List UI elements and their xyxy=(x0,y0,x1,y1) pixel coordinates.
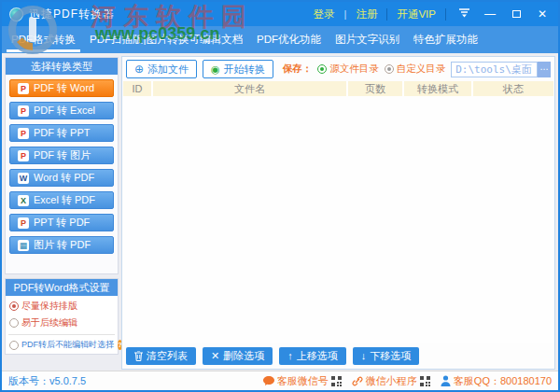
ppt-file-icon: P xyxy=(18,217,29,229)
option-keep-layout[interactable]: 尽量保持排版 xyxy=(6,296,118,313)
plus-circle-icon: ⊕ xyxy=(134,63,144,75)
add-file-label: 添加文件 xyxy=(147,63,189,77)
pdf-file-icon: P xyxy=(18,128,29,139)
word-file-icon: W xyxy=(18,173,29,184)
tab-scan-image-to-editable[interactable]: PDF扫描版|图片转换可编辑文档 xyxy=(90,26,243,53)
main-panel: ⊕ 添加文件 ◉ 开始转换 保存： 源文件目录 自定义目录 xyxy=(121,56,555,370)
register-link[interactable]: 注册 xyxy=(356,7,377,21)
person-icon xyxy=(441,375,451,386)
browse-folder-button[interactable]: ⋯ xyxy=(538,62,551,77)
login-register-divider: | xyxy=(344,8,347,20)
title-bar: 迅捷PDF转换器 登录 | 注册 开通VIP — ✕ xyxy=(2,2,558,26)
tab-special-features[interactable]: 特色扩展功能 xyxy=(413,26,478,53)
wechat-service-item[interactable]: 客服微信号 xyxy=(263,374,342,388)
option-easy-edit[interactable]: 易于后续编辑 xyxy=(6,313,118,329)
maximize-button[interactable] xyxy=(508,2,525,26)
radio-icon xyxy=(385,64,394,74)
save-custom-dir-option[interactable]: 自定义目录 xyxy=(385,63,446,76)
convert-pdf-to-image-button[interactable]: P PDF 转 图片 xyxy=(9,147,114,164)
convert-pdf-to-word-button[interactable]: P PDF 转 Word xyxy=(9,79,114,97)
tab-image-ocr[interactable]: 图片文字识别 xyxy=(335,26,399,53)
column-status: 状态 xyxy=(473,81,553,96)
add-file-button[interactable]: ⊕ 添加文件 xyxy=(126,60,197,78)
tab-pdf-optimize[interactable]: PDF优化功能 xyxy=(257,26,321,53)
column-id: ID xyxy=(123,81,153,96)
radio-icon xyxy=(9,301,19,311)
app-body: 选择转换类型 P PDF 转 Word P PDF 转 Excel P PDF … xyxy=(2,53,558,371)
sidebar-word-format-settings: PDF转Word格式设置 尽量保持排版 易于后续编辑 PDF转后不能编辑时选择 … xyxy=(5,278,119,355)
image-file-icon: ▦ xyxy=(18,240,29,251)
option-label: 尽量保持排版 xyxy=(21,300,77,313)
start-circle-icon: ◉ xyxy=(211,64,220,75)
link-icon xyxy=(352,376,363,386)
convert-button-label: PDF 转 Word xyxy=(34,81,94,95)
list-action-bar: 清空列表 ✕ 删除选项 ↑ 上移选项 ↓ 下移选项 xyxy=(122,343,554,369)
save-to-label: 保存： xyxy=(283,63,313,76)
action-label: 清空列表 xyxy=(147,349,188,363)
app-logo-icon xyxy=(9,7,23,21)
move-up-button[interactable]: ↑ 上移选项 xyxy=(279,347,346,365)
titlebar-divider xyxy=(445,8,446,21)
radio-icon xyxy=(317,64,327,74)
column-convert-mode: 转换模式 xyxy=(404,81,473,96)
convert-button-label: PPT 转 PDF xyxy=(34,216,90,230)
column-pages: 页数 xyxy=(348,81,404,96)
option-label: 易于后续编辑 xyxy=(21,316,77,329)
login-link[interactable]: 登录 xyxy=(314,7,335,21)
chat-bubble-icon xyxy=(263,376,274,386)
wechat-miniprogram-label: 微信小程序 xyxy=(366,374,417,388)
convert-button-label: PDF 转 PPT xyxy=(34,126,91,140)
save-option-label: 自定义目录 xyxy=(397,63,446,76)
convert-excel-to-pdf-button[interactable]: X Excel 转 PDF xyxy=(9,191,114,209)
start-convert-label: 开始转换 xyxy=(224,63,265,77)
open-vip-link[interactable]: 开通VIP xyxy=(397,7,436,21)
trash-icon xyxy=(134,351,143,361)
service-qq-item[interactable]: 客服QQ：800180170 xyxy=(441,374,552,388)
save-source-dir-option[interactable]: 源文件目录 xyxy=(317,63,379,76)
convert-types-header: 选择转换类型 xyxy=(6,58,118,75)
convert-pdf-to-excel-button[interactable]: P PDF 转 Excel xyxy=(9,102,114,119)
status-bar: 版本号：v5.0.7.5 客服微信号 微信小程序 客服QQ：800180170 xyxy=(2,371,558,390)
option-not-editable-after-convert[interactable]: PDF转后不能编辑时选择 ? xyxy=(6,335,118,351)
file-list-area[interactable] xyxy=(122,96,554,343)
pdf-file-icon: P xyxy=(18,150,29,161)
window-title: 迅捷PDF转换器 xyxy=(29,7,115,22)
close-button[interactable]: ✕ xyxy=(534,2,551,26)
main-tab-bar: PDF格式转换 PDF扫描版|图片转换可编辑文档 PDF优化功能 图片文字识别 … xyxy=(2,26,558,53)
pdf-file-icon: P xyxy=(18,83,29,94)
arrow-up-icon: ↑ xyxy=(287,351,293,361)
convert-ppt-to-pdf-button[interactable]: P PPT 转 PDF xyxy=(9,214,114,231)
delete-selected-button[interactable]: ✕ 删除选项 xyxy=(203,347,273,365)
arrow-down-icon: ↓ xyxy=(361,351,367,361)
convert-word-to-pdf-button[interactable]: W Word 转 PDF xyxy=(9,169,114,187)
start-convert-button[interactable]: ◉ 开始转换 xyxy=(203,60,273,78)
convert-image-to-pdf-button[interactable]: ▦ 图片 转 PDF xyxy=(9,236,114,254)
clear-list-button[interactable]: 清空列表 xyxy=(126,347,196,365)
output-path-input[interactable] xyxy=(451,62,538,77)
convert-button-label: PDF 转 Excel xyxy=(34,104,95,118)
version-label: 版本号：v5.0.7.5 xyxy=(8,374,86,388)
sidebar-convert-types: 选择转换类型 P PDF 转 Word P PDF 转 Excel P PDF … xyxy=(5,57,119,274)
excel-file-icon: X xyxy=(18,195,29,206)
theme-menu-icon[interactable] xyxy=(455,2,472,26)
qr-code-icon xyxy=(420,376,430,386)
tab-pdf-format-convert[interactable]: PDF格式转换 xyxy=(11,26,76,53)
action-label: 删除选项 xyxy=(223,349,264,363)
convert-button-label: PDF 转 图片 xyxy=(34,148,91,162)
convert-button-label: Word 转 PDF xyxy=(34,171,94,185)
pdf-file-icon: P xyxy=(18,105,29,117)
column-filename: 文件名 xyxy=(153,81,348,96)
file-table-header: ID 文件名 页数 转换模式 状态 xyxy=(123,81,553,96)
file-toolbar: ⊕ 添加文件 ◉ 开始转换 保存： 源文件目录 自定义目录 xyxy=(122,57,554,81)
move-down-button[interactable]: ↓ 下移选项 xyxy=(353,347,420,365)
minimize-button[interactable]: — xyxy=(482,2,498,26)
word-format-settings-header: PDF转Word格式设置 xyxy=(6,279,118,296)
convert-pdf-to-ppt-button[interactable]: P PDF 转 PPT xyxy=(9,124,114,142)
wechat-miniprogram-item[interactable]: 微信小程序 xyxy=(352,374,430,388)
option-label: PDF转后不能编辑时选择 xyxy=(21,339,114,351)
save-option-label: 源文件目录 xyxy=(329,63,379,76)
action-label: 下移选项 xyxy=(370,349,411,363)
convert-button-label: Excel 转 PDF xyxy=(34,193,95,207)
convert-button-label: 图片 转 PDF xyxy=(34,238,91,252)
output-path-group: ⋯ xyxy=(451,62,551,77)
